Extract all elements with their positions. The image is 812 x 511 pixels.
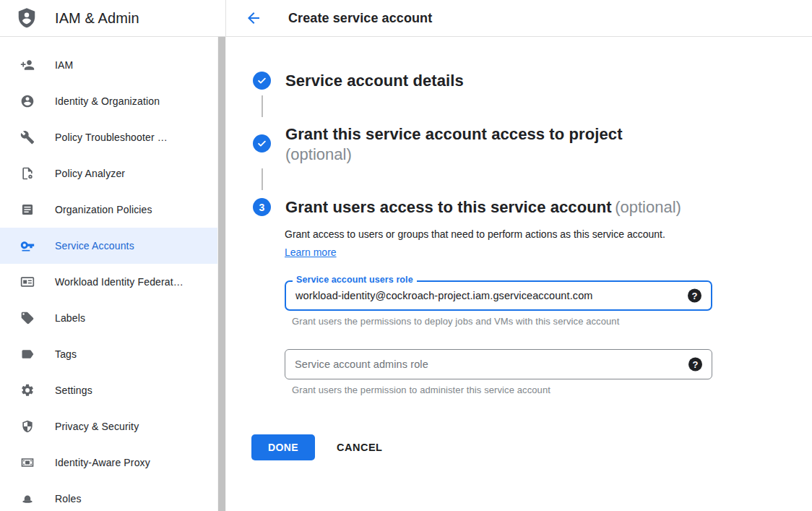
step-connector [262,95,263,117]
service-account-users-role-field: Service account users role ? [285,280,712,311]
sidebar-item-label: IAM [55,59,73,71]
step-optional-label: (optional) [615,198,681,216]
admins-role-helper-text: Grant users the permission to administer… [292,385,812,395]
document-lines-icon [20,202,35,217]
sidebar-item-identity-organization[interactable]: Identity & Organization [0,83,226,119]
help-icon[interactable]: ? [688,358,702,372]
sidebar-item-organization-policies[interactable]: Organization Policies [0,192,226,228]
app-title: IAM & Admin [55,10,139,27]
form-actions: DONE CANCEL [251,434,812,460]
step-grant-access-to-project[interactable]: Grant this service account access to pro… [226,123,812,164]
iam-admin-console: IAM & Admin IAM Identity & Organization [0,0,812,511]
back-arrow-button[interactable] [243,8,264,28]
page-title: Create service account [288,11,432,26]
shield-half-icon [20,419,35,434]
service-account-key-icon [20,239,35,253]
users-role-helper-text: Grant users the permissions to deploy jo… [292,316,812,327]
sidebar-nav: IAM Identity & Organization Policy Troub… [0,37,226,511]
sidebar-item-label: Workload Identity Federat… [55,276,183,288]
gear-icon [20,383,35,398]
description-text: Grant access to users or groups that nee… [285,228,665,240]
step3-content: Grant access to users or groups that nee… [285,226,812,460]
sidebar-item-label: Service Accounts [55,240,134,252]
step-service-account-details[interactable]: Service account details [226,69,812,92]
sidebar-item-label: Policy Analyzer [55,168,125,179]
sidebar-item-roles[interactable]: Roles [0,481,226,511]
step-title: Grant users access to this service accou… [285,198,612,216]
cancel-button[interactable]: CANCEL [337,442,382,453]
page-header: Create service account [226,0,812,37]
field-floating-label: Service account users role [293,275,417,285]
step-connector [262,168,263,190]
label-icon [20,347,35,361]
sidebar-item-policy-troubleshooter[interactable]: Policy Troubleshooter … [0,119,226,155]
sidebar-scrollbar-track[interactable] [217,37,226,511]
sidebar-item-policy-analyzer[interactable]: Policy Analyzer [0,155,226,192]
hat-icon [20,491,35,506]
sidebar-item-service-accounts[interactable]: Service Accounts [0,228,226,264]
sidebar-item-label: Tags [55,348,77,360]
step-number-badge: 3 [253,198,271,216]
main-content: Create service account Service account d… [226,0,812,511]
sidebar-scrollbar-thumb[interactable] [218,37,225,511]
sidebar-item-iam[interactable]: IAM [0,47,226,83]
step-complete-check-icon [253,134,271,153]
sidebar: IAM & Admin IAM Identity & Organization [0,0,226,511]
document-analyzer-icon [20,166,35,181]
identity-card-icon [20,275,35,289]
wrench-icon [20,130,35,145]
sidebar-item-label: Labels [55,312,85,324]
arrow-left-icon [245,9,262,27]
sidebar-item-label: Identity-Aware Proxy [55,457,150,468]
iam-shield-icon [16,7,38,30]
step-optional-label: (optional) [285,145,623,164]
sidebar-item-settings[interactable]: Settings [0,372,226,408]
step-number: 3 [259,202,265,213]
sidebar-item-labels[interactable]: Labels [0,300,226,336]
sidebar-item-identity-aware-proxy[interactable]: Identity-Aware Proxy [0,445,226,481]
sidebar-item-privacy-security[interactable]: Privacy & Security [0,408,226,445]
sidebar-item-label: Privacy & Security [55,421,139,432]
sidebar-header: IAM & Admin [0,0,226,37]
tag-icon [20,311,35,325]
service-account-admins-role-input[interactable] [285,350,712,379]
sidebar-item-tags[interactable]: Tags [0,336,226,372]
help-icon[interactable]: ? [688,289,701,303]
step-title: Service account details [285,72,464,90]
step-title: Grant this service account access to pro… [285,123,623,145]
person-add-icon [20,58,35,72]
step-complete-check-icon [253,72,271,90]
sidebar-item-label: Identity & Organization [55,95,160,107]
service-account-admins-role-field: ? [285,349,712,379]
sidebar-item-label: Policy Troubleshooter … [55,132,168,143]
sidebar-item-label: Settings [55,385,92,396]
proxy-filmstrip-icon [20,455,35,470]
sidebar-item-label: Organization Policies [55,204,152,215]
step-grant-users-access[interactable]: 3 Grant users access to this service acc… [226,196,812,218]
account-circle-icon [20,94,35,108]
service-account-users-role-input[interactable] [286,282,711,309]
sidebar-item-workload-identity-federation[interactable]: Workload Identity Federat… [0,264,226,300]
step3-description: Grant access to users or groups that nee… [285,226,683,262]
done-button[interactable]: DONE [251,434,315,460]
learn-more-link[interactable]: Learn more [285,246,337,258]
sidebar-item-label: Roles [55,493,82,504]
